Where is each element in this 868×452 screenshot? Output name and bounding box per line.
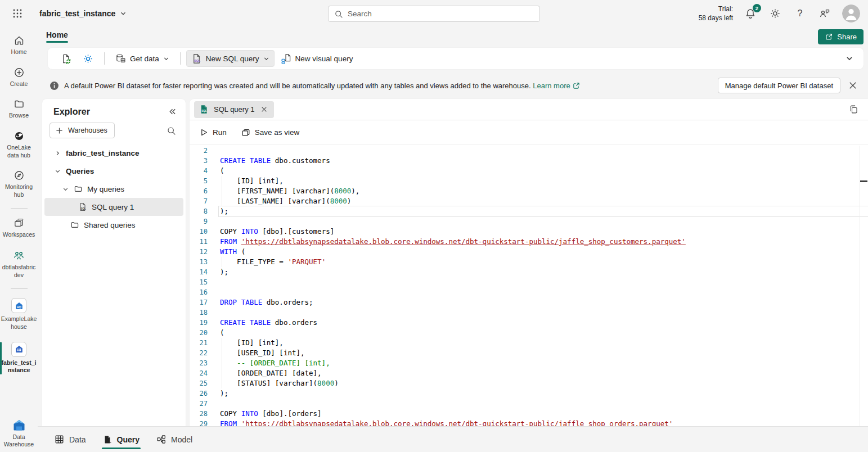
query-tab-label: SQL query 1 xyxy=(214,105,255,114)
new-visual-query-button[interactable]: New visual query xyxy=(276,50,358,67)
manage-default-dataset-button[interactable]: Manage default Power BI dataset xyxy=(718,78,840,93)
warehouse-settings-button[interactable] xyxy=(78,50,98,67)
code-line[interactable]: 21 [ID] [int], xyxy=(190,338,868,348)
data-grid-icon xyxy=(55,435,64,444)
notifications-icon[interactable]: 2 xyxy=(743,6,758,21)
results-pane-splitter[interactable] xyxy=(860,180,867,182)
rail-item-dbtlabsfabricdev[interactable]: dbtlabsfabricdev xyxy=(0,248,38,280)
code-line[interactable]: 27 xyxy=(190,399,868,409)
tab-query[interactable]: Query xyxy=(102,427,141,452)
code-line[interactable]: 20( xyxy=(190,328,868,338)
rail-item-data-warehouse[interactable]: Data Warehouse xyxy=(0,418,38,450)
run-button[interactable]: Run xyxy=(200,128,227,137)
rail-item-fabric-test-instance[interactable]: fabric_test_instance xyxy=(0,341,38,376)
line-number: 9 xyxy=(190,216,208,227)
copy-icon[interactable] xyxy=(847,103,860,116)
data-warehouse-icon xyxy=(12,419,26,431)
explorer-search-icon[interactable] xyxy=(165,124,178,137)
line-number: 6 xyxy=(190,186,208,196)
save-as-view-button[interactable]: Save as view xyxy=(241,128,300,137)
line-number: 14 xyxy=(190,267,208,277)
code-line[interactable]: 22 [USER_ID] [int], xyxy=(190,348,868,358)
tree-item-shared-queries[interactable]: Shared queries xyxy=(44,216,183,234)
tab-data[interactable]: Data xyxy=(53,427,87,452)
code-line[interactable]: 11FROM 'https://dbtlabsynapsedatalake.bl… xyxy=(190,237,868,247)
code-line[interactable]: 15 xyxy=(190,277,868,287)
close-tab-icon[interactable] xyxy=(260,105,268,114)
code-line[interactable]: 6 [FIRST_NAME] [varchar](8000), xyxy=(190,186,868,196)
tree-item-sql-query-1[interactable]: SQL SQL query 1 xyxy=(44,198,183,216)
sql-code-editor[interactable]: 23CREATE TABLE dbo.customers4(5 [ID] [in… xyxy=(190,145,868,426)
code-line[interactable]: 19CREATE TABLE dbo.orders xyxy=(190,318,868,328)
learn-more-link[interactable]: Learn more xyxy=(533,82,579,90)
tab-model[interactable]: Model xyxy=(155,427,194,452)
tab-home[interactable]: Home xyxy=(46,30,68,43)
rail-item-create[interactable]: Create xyxy=(0,66,38,89)
rail-item-browse[interactable]: Browse xyxy=(0,97,38,121)
code-line[interactable]: 14); xyxy=(190,267,868,277)
explorer-title: Explorer xyxy=(53,107,90,117)
dataset-info-banner: A default Power BI dataset for faster re… xyxy=(0,72,868,99)
banner-message: A default Power BI dataset for faster re… xyxy=(64,82,531,90)
refresh-document-button[interactable] xyxy=(56,50,77,67)
chevron-down-icon xyxy=(53,168,61,174)
chevron-down-icon xyxy=(120,10,127,17)
sql-file-icon: SQL xyxy=(199,105,209,114)
share-button[interactable]: Share xyxy=(818,29,863,44)
rail-item-workspaces[interactable]: Workspaces xyxy=(0,216,38,240)
code-line[interactable]: 13 FILE_TYPE = 'PARQUET' xyxy=(190,257,868,267)
code-line[interactable]: 29FROM 'https://dbtlabsynapsedatalake.bl… xyxy=(190,419,868,426)
code-line[interactable]: 17DROP TABLE dbo.orders; xyxy=(190,297,868,308)
account-avatar[interactable] xyxy=(842,4,860,22)
line-number: 23 xyxy=(190,358,208,368)
collapse-ribbon-icon[interactable] xyxy=(843,52,856,65)
code-line[interactable]: 23 -- [ORDER_DATE] [int], xyxy=(190,358,868,368)
code-line[interactable]: 10COPY INTO [dbo].[customers] xyxy=(190,227,868,237)
chevron-down-icon xyxy=(61,186,69,192)
editor-scrollbar[interactable] xyxy=(860,146,868,426)
workspace-switcher[interactable]: fabric_test_instance xyxy=(39,9,127,18)
run-icon xyxy=(200,128,208,137)
tree-item-warehouse[interactable]: fabric_test_instance xyxy=(44,144,183,162)
help-icon[interactable]: ? xyxy=(793,6,807,21)
code-line[interactable]: 7 [LAST_NAME] [varchar](8000) xyxy=(190,196,868,206)
chevron-down-icon xyxy=(263,56,269,62)
tree-item-queries[interactable]: Queries xyxy=(44,162,183,180)
page-tab-row: Home Share xyxy=(0,27,868,46)
code-line[interactable]: 2 xyxy=(190,146,868,156)
query-tab-sql-query-1[interactable]: SQL SQL query 1 xyxy=(194,101,274,118)
code-line[interactable]: 9 xyxy=(190,216,868,227)
rail-item-onelake-data-hub[interactable]: OneLake data hub xyxy=(0,129,38,160)
settings-icon[interactable] xyxy=(768,6,782,21)
code-line[interactable]: 26); xyxy=(190,388,868,399)
code-line[interactable]: 12WITH ( xyxy=(190,247,868,257)
code-line[interactable]: 24 [ORDER_DATE] [date], xyxy=(190,368,868,378)
explorer-tree: fabric_test_instance Queries My queries … xyxy=(42,144,186,234)
rail-item-home[interactable]: Home xyxy=(0,34,38,57)
code-line[interactable]: 28COPY INTO [dbo].[orders] xyxy=(190,409,868,419)
code-line[interactable]: 4( xyxy=(190,166,868,176)
database-icon xyxy=(115,53,126,64)
tree-item-my-queries[interactable]: My queries xyxy=(44,180,183,198)
global-search[interactable] xyxy=(328,6,540,22)
search-input[interactable] xyxy=(348,10,534,18)
feedback-icon[interactable] xyxy=(817,6,832,21)
app-launcher-icon[interactable] xyxy=(9,5,26,22)
code-line[interactable]: 25 [STATUS] [varchar](8000) xyxy=(190,378,868,388)
line-number: 18 xyxy=(190,308,208,318)
code-line[interactable]: 8); xyxy=(190,206,868,216)
code-line[interactable]: 3CREATE TABLE dbo.customers xyxy=(190,156,868,166)
code-line[interactable]: 16 xyxy=(190,287,868,297)
collapse-explorer-icon[interactable] xyxy=(167,106,178,117)
banner-close-icon[interactable] xyxy=(845,78,860,93)
line-number: 28 xyxy=(190,409,208,419)
rail-item-label: dbtlabsfabricdev xyxy=(1,264,37,279)
get-data-button[interactable]: Get data xyxy=(110,50,174,67)
new-sql-query-button[interactable]: SQL New SQL query xyxy=(186,50,275,67)
monitoring-hub-icon xyxy=(14,170,25,181)
rail-item-examplelakehouse[interactable]: ExampleLakehouse xyxy=(0,297,38,332)
rail-item-monitoring-hub[interactable]: Monitoring hub xyxy=(0,169,38,200)
code-line[interactable]: 5 [ID] [int], xyxy=(190,176,868,186)
new-warehouse-button[interactable]: Warehouses xyxy=(50,123,115,138)
code-line[interactable]: 18 xyxy=(190,308,868,318)
